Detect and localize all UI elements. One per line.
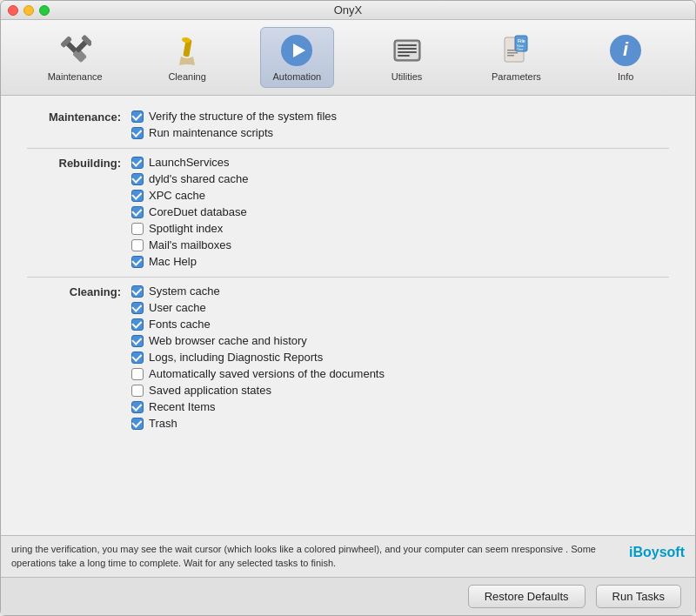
toolbar-item-automation[interactable]: Automation <box>260 27 335 88</box>
maintenance-label: Maintenance <box>48 71 103 82</box>
info-icon: i <box>608 33 643 68</box>
checkbox-verify-system-input[interactable] <box>131 110 144 123</box>
parameters-label: Parameters <box>492 71 541 82</box>
checkbox-auto-saved-label: Automatically saved versions of the docu… <box>149 367 385 380</box>
footer-buttons: Restore Defaults Run Tasks <box>1 577 695 615</box>
rebuilding-items: LaunchServices dyld's shared cache XPC c… <box>131 156 249 268</box>
toolbar: Maintenance Cleaning Automation <box>1 20 695 96</box>
svg-rect-13 <box>398 51 417 53</box>
cleaning-label: Cleaning <box>168 71 205 82</box>
footer-text-area: iBoysoft uring the verification, you may… <box>1 535 695 577</box>
svg-text:One: One <box>517 47 524 51</box>
checkbox-launch-services[interactable]: LaunchServices <box>131 156 249 169</box>
minimize-button[interactable] <box>23 5 34 16</box>
toolbar-item-maintenance[interactable]: Maintenance <box>36 28 115 87</box>
checkbox-launch-services-input[interactable] <box>131 157 144 169</box>
restore-defaults-button[interactable]: Restore Defaults <box>468 585 586 608</box>
checkbox-trash-label: Trash <box>149 417 177 430</box>
rebuilding-section-label: Rebuilding: <box>27 156 131 268</box>
parameters-icon: File New One <box>499 33 533 68</box>
checkbox-coreduet[interactable]: CoreDuet database <box>131 205 249 218</box>
maintenance-section: Maintenance: Verify the structure of the… <box>27 110 669 149</box>
checkbox-web-browser-label: Web browser cache and history <box>149 334 307 347</box>
checkbox-mac-help[interactable]: Mac Help <box>131 255 249 268</box>
checkbox-user-cache-label: User cache <box>149 301 206 314</box>
checkbox-app-states-input[interactable] <box>131 385 144 397</box>
checkbox-logs[interactable]: Logs, including Diagnostic Reports <box>131 351 385 364</box>
svg-rect-12 <box>398 48 417 50</box>
checkbox-system-cache-label: System cache <box>149 285 220 298</box>
checkbox-mail-mailboxes-input[interactable] <box>131 239 144 251</box>
checkbox-spotlight[interactable]: Spotlight index <box>131 222 249 235</box>
checkbox-coreduet-input[interactable] <box>131 206 144 218</box>
automation-label: Automation <box>273 71 322 82</box>
checkbox-mail-mailboxes-label: Mail's mailboxes <box>149 238 231 251</box>
checkbox-xpc-cache-input[interactable] <box>131 190 144 202</box>
title-bar: OnyX <box>1 1 695 20</box>
checkbox-user-cache[interactable]: User cache <box>131 301 385 314</box>
checkbox-auto-saved[interactable]: Automatically saved versions of the docu… <box>131 367 385 380</box>
checkbox-recent-items[interactable]: Recent Items <box>131 400 385 413</box>
checkbox-auto-saved-input[interactable] <box>131 368 144 380</box>
utilities-icon <box>390 33 425 68</box>
run-tasks-button[interactable]: Run Tasks <box>596 585 681 608</box>
toolbar-item-utilities[interactable]: Utilities <box>372 28 442 87</box>
svg-text:i: i <box>623 38 629 60</box>
toolbar-item-cleaning[interactable]: Cleaning <box>152 28 222 87</box>
checkbox-logs-input[interactable] <box>131 352 144 364</box>
checkbox-verify-system-label: Verify the structure of the system files <box>149 110 337 123</box>
cleaning-section-label: Cleaning: <box>27 285 131 430</box>
svg-rect-20 <box>507 50 518 51</box>
main-window: OnyX Maintenance <box>0 0 696 616</box>
checkbox-system-cache[interactable]: System cache <box>131 285 385 298</box>
checkbox-web-browser-input[interactable] <box>131 335 144 347</box>
toolbar-item-info[interactable]: i Info <box>591 28 660 87</box>
cleaning-icon <box>170 33 204 68</box>
maximize-button[interactable] <box>39 5 50 16</box>
checkbox-system-cache-input[interactable] <box>131 285 144 298</box>
checkbox-app-states[interactable]: Saved application states <box>131 384 385 397</box>
checkbox-recent-items-label: Recent Items <box>149 400 216 413</box>
svg-rect-22 <box>507 55 514 57</box>
checkbox-fonts-cache-input[interactable] <box>131 318 144 331</box>
utilities-label: Utilities <box>392 71 422 82</box>
checkbox-app-states-label: Saved application states <box>149 384 271 397</box>
checkbox-run-scripts-input[interactable] <box>131 127 144 139</box>
svg-rect-14 <box>398 55 410 57</box>
checkbox-mail-mailboxes[interactable]: Mail's mailboxes <box>131 238 249 251</box>
checkbox-mac-help-input[interactable] <box>131 256 144 268</box>
checkbox-recent-items-input[interactable] <box>131 401 144 413</box>
traffic-lights <box>8 5 50 16</box>
checkbox-logs-label: Logs, including Diagnostic Reports <box>149 351 323 364</box>
checkbox-verify-system[interactable]: Verify the structure of the system files <box>131 110 337 123</box>
checkbox-run-scripts[interactable]: Run maintenance scripts <box>131 126 337 139</box>
checkbox-fonts-cache[interactable]: Fonts cache <box>131 318 385 331</box>
checkbox-run-scripts-label: Run maintenance scripts <box>149 126 273 139</box>
checkbox-spotlight-label: Spotlight index <box>149 222 223 235</box>
cleaning-items: System cache User cache Fonts cache Web … <box>131 285 385 430</box>
footer-description: uring the verification, you may see the … <box>11 544 596 567</box>
branding-label: iBoysoft <box>629 543 685 562</box>
svg-rect-11 <box>398 44 417 46</box>
checkbox-user-cache-input[interactable] <box>131 302 144 314</box>
checkbox-dyld-cache-label: dyld's shared cache <box>149 172 249 185</box>
window-title: OnyX <box>334 3 363 17</box>
checkbox-web-browser[interactable]: Web browser cache and history <box>131 334 385 347</box>
automation-icon <box>279 33 314 68</box>
content-area: Maintenance: Verify the structure of the… <box>1 96 695 535</box>
checkbox-xpc-cache-label: XPC cache <box>149 189 205 202</box>
toolbar-item-parameters[interactable]: File New One Parameters <box>479 28 553 87</box>
checkbox-trash-input[interactable] <box>131 418 144 430</box>
checkbox-dyld-cache[interactable]: dyld's shared cache <box>131 172 249 185</box>
checkbox-xpc-cache[interactable]: XPC cache <box>131 189 249 202</box>
checkbox-dyld-cache-input[interactable] <box>131 173 144 185</box>
info-label: Info <box>618 71 633 82</box>
checkbox-spotlight-input[interactable] <box>131 223 144 235</box>
checkbox-mac-help-label: Mac Help <box>149 255 197 268</box>
close-button[interactable] <box>8 5 18 16</box>
checkbox-fonts-cache-label: Fonts cache <box>149 318 211 331</box>
cleaning-section: Cleaning: System cache User cache Fonts … <box>27 285 669 439</box>
checkbox-trash[interactable]: Trash <box>131 417 385 430</box>
checkbox-launch-services-label: LaunchServices <box>149 156 230 169</box>
checkbox-coreduet-label: CoreDuet database <box>149 205 247 218</box>
